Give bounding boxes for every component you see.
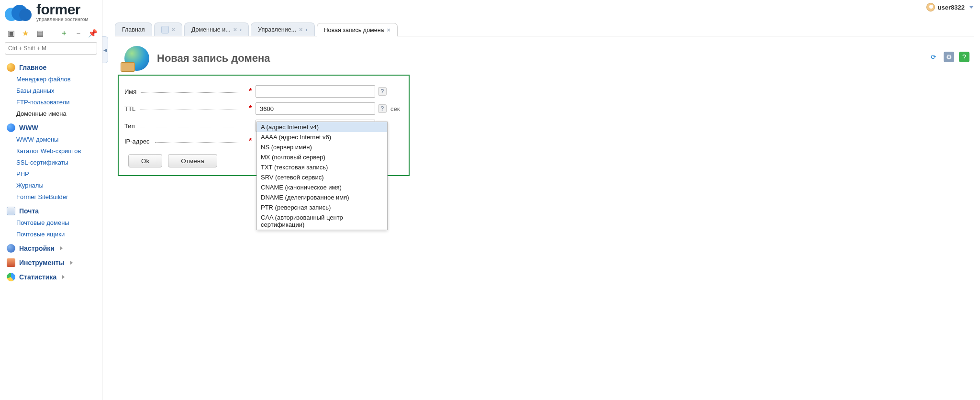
- required-marker: *: [249, 87, 256, 96]
- chevron-right-icon: [70, 261, 73, 265]
- field-label-ttl: TTL: [124, 105, 135, 112]
- close-icon[interactable]: ×: [172, 26, 175, 33]
- chevron-right-icon: ›: [240, 26, 242, 33]
- mail-icon: [7, 207, 15, 215]
- close-icon[interactable]: ×: [234, 26, 237, 33]
- sidebar-item[interactable]: Каталог Web-скриптов: [3, 145, 99, 157]
- sidebar-collapse-handle[interactable]: ◀: [102, 36, 108, 63]
- sidebar-item[interactable]: Доменные имена: [3, 108, 99, 120]
- star-icon[interactable]: ★: [20, 28, 31, 38]
- type-option[interactable]: MX (почтовый сервер): [257, 152, 387, 162]
- type-option[interactable]: CAA (авторизованный центр сертификации): [257, 212, 387, 230]
- stat-icon: [7, 273, 15, 281]
- plus-icon[interactable]: ＋: [59, 28, 69, 38]
- tab[interactable]: Главная: [115, 22, 152, 36]
- refresh-icon[interactable]: ⟳: [928, 52, 939, 62]
- user-avatar-icon: [926, 3, 935, 11]
- tab[interactable]: ×: [154, 22, 182, 36]
- sidebar-item[interactable]: SSL-сертификаты: [3, 157, 99, 168]
- type-dropdown: A (адрес Internet v4)AAAA (адрес Interne…: [256, 122, 388, 230]
- user-menu[interactable]: user8322: [926, 3, 973, 11]
- page-title: Новая запись домена: [157, 52, 270, 65]
- tab-bar: Главная×Доменные и...×›Управление...×›Но…: [115, 22, 974, 36]
- nav-section-home[interactable]: Главное: [3, 59, 99, 74]
- tab[interactable]: Новая запись домена×: [317, 23, 398, 36]
- tab-label: Главная: [122, 26, 145, 33]
- ttl-input[interactable]: [256, 102, 375, 115]
- type-option[interactable]: SRV (сетевой сервис): [257, 172, 387, 182]
- tab[interactable]: Управление...×›: [251, 22, 314, 36]
- sidebar-item[interactable]: Почтовые ящики: [3, 229, 99, 240]
- field-label-type: Тип: [124, 122, 135, 130]
- chevron-right-icon: [62, 275, 65, 279]
- page-header: Новая запись домена: [124, 46, 970, 71]
- ok-button[interactable]: Ok: [128, 154, 162, 167]
- sidebar-nav: ГлавноеМенеджер файловБазы данныхFTP-пол…: [3, 59, 99, 283]
- sidebar-item[interactable]: Former SiteBuilder: [3, 191, 99, 203]
- type-option[interactable]: NS (сервер имён): [257, 142, 387, 152]
- help-icon[interactable]: ?: [959, 52, 969, 62]
- sidebar-item[interactable]: Менеджер файлов: [3, 74, 99, 85]
- chevron-right-icon: ›: [305, 26, 307, 33]
- brand-name: former: [36, 4, 88, 16]
- chevron-down-icon: [969, 6, 973, 9]
- page-header-actions: ⟳ ⚙ ?: [928, 52, 969, 62]
- required-marker: *: [249, 104, 256, 113]
- user-name: user8322: [938, 4, 965, 11]
- close-icon[interactable]: ×: [387, 27, 390, 33]
- sidebar-search: [5, 42, 97, 55]
- tab-label: Управление...: [258, 26, 296, 33]
- close-icon[interactable]: ×: [299, 26, 302, 33]
- globe-folder-icon: [124, 46, 149, 71]
- nav-section-stat[interactable]: Статистика: [3, 269, 99, 283]
- sidebar-item[interactable]: Журналы: [3, 180, 99, 191]
- type-option[interactable]: PTR (реверсная запись): [257, 202, 387, 212]
- type-option[interactable]: AAAA (адрес Internet v6): [257, 132, 387, 142]
- home-icon: [7, 63, 15, 72]
- sidebar-item[interactable]: Базы данных: [3, 85, 99, 97]
- cloud-icon: [5, 3, 33, 23]
- minus-icon[interactable]: －: [73, 28, 84, 38]
- tab-icon: [161, 26, 169, 33]
- brand-tagline: управление хостингом: [36, 17, 88, 22]
- cfg-icon: [7, 244, 15, 253]
- nav-section-www[interactable]: WWW: [3, 120, 99, 134]
- required-marker: *: [249, 137, 256, 145]
- sidebar-item[interactable]: Почтовые домены: [3, 217, 99, 229]
- hint-icon[interactable]: ?: [378, 104, 387, 113]
- name-input[interactable]: [256, 85, 375, 98]
- tab[interactable]: Доменные и...×›: [184, 22, 249, 36]
- tab-label: Доменные и...: [191, 26, 231, 33]
- clipboard-icon[interactable]: ▤: [34, 28, 45, 38]
- search-input[interactable]: [5, 42, 97, 55]
- sidebar: former управление хостингом ▣ ★ ▤ ＋ － 📌 …: [0, 0, 102, 400]
- field-label-ip: IP-адрес: [124, 138, 149, 145]
- ttl-unit: сек: [390, 105, 400, 112]
- nav-section-mail[interactable]: Почта: [3, 203, 99, 217]
- type-option[interactable]: TXT (текстовая запись): [257, 162, 387, 172]
- nav-section-tool[interactable]: Инструменты: [3, 255, 99, 269]
- sidebar-toolbar: ▣ ★ ▤ ＋ － 📌: [3, 24, 99, 40]
- field-label-name: Имя: [124, 88, 136, 95]
- tool-icon: [7, 258, 15, 267]
- tab-label: Новая запись домена: [324, 27, 384, 33]
- type-option[interactable]: A (адрес Internet v4): [257, 122, 387, 132]
- sidebar-item[interactable]: FTP-пользователи: [3, 97, 99, 108]
- window-icon[interactable]: ▣: [6, 28, 16, 38]
- type-option[interactable]: CNAME (каноническое имя): [257, 182, 387, 192]
- gear-icon[interactable]: ⚙: [944, 52, 954, 62]
- www-icon: [7, 123, 15, 132]
- chevron-right-icon: [60, 246, 63, 250]
- sidebar-item[interactable]: WWW-домены: [3, 134, 99, 145]
- logo[interactable]: former управление хостингом: [3, 0, 99, 24]
- sidebar-item[interactable]: PHP: [3, 168, 99, 180]
- hint-icon[interactable]: ?: [378, 87, 387, 96]
- type-option[interactable]: DNAME (делегированное имя): [257, 192, 387, 202]
- cancel-button[interactable]: Отмена: [168, 154, 217, 167]
- pin-icon[interactable]: 📌: [88, 28, 98, 38]
- nav-section-cfg[interactable]: Настройки: [3, 240, 99, 255]
